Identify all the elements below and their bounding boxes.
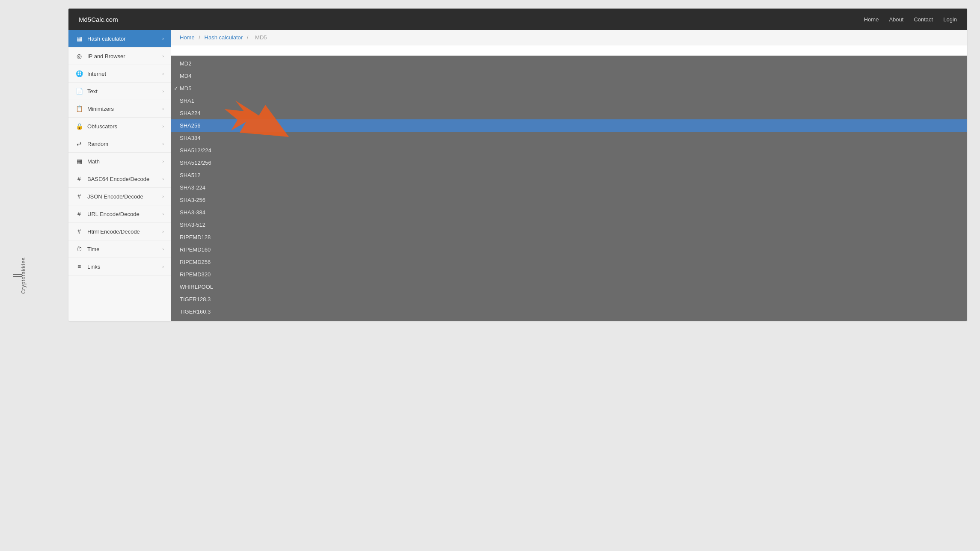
- sidebar-arrow-random: ›: [162, 141, 164, 146]
- dropdown-item-TIGER192-3[interactable]: TIGER192,3: [171, 318, 967, 321]
- sidebar-arrow-hash-calculator: ›: [162, 36, 164, 41]
- nav-link-login[interactable]: Login: [943, 16, 957, 23]
- sidebar-item-url[interactable]: #URL Encode/Decode›: [68, 205, 171, 223]
- sidebar-label-base64: BASE64 Encode/Decode: [87, 176, 162, 182]
- dropdown-list: MD2MD4MD5SHA1SHA224SHA256SHA384SHA512/22…: [171, 56, 967, 321]
- sidebar-label-text: Text: [87, 88, 162, 95]
- dropdown-item-RIPEMD256[interactable]: RIPEMD256: [171, 256, 967, 268]
- sidebar-item-html[interactable]: #Html Encode/Decode›: [68, 223, 171, 240]
- sidebar-arrow-text: ›: [162, 89, 164, 94]
- math-icon: ▦: [75, 158, 83, 165]
- sidebar-item-minimizers[interactable]: 📋Minimizers›: [68, 100, 171, 118]
- dropdown-item-SHA512[interactable]: SHA512: [171, 169, 967, 181]
- breadcrumb: Home / Hash calculator / MD5: [171, 30, 967, 45]
- sidebar-item-internet[interactable]: 🌐Internet›: [68, 65, 171, 83]
- json-icon: #: [75, 193, 83, 200]
- base64-icon: #: [75, 175, 83, 182]
- sidebar-label-url: URL Encode/Decode: [87, 211, 162, 217]
- sidebar-label-random: Random: [87, 141, 162, 147]
- hash-calculator-icon: ▦: [75, 35, 83, 42]
- dropdown-item-TIGER128-3[interactable]: TIGER128,3: [171, 293, 967, 305]
- dropdown-overlay[interactable]: MD2MD4MD5SHA1SHA224SHA256SHA384SHA512/22…: [171, 56, 967, 321]
- dropdown-item-SHA256[interactable]: SHA256: [171, 119, 967, 132]
- dropdown-item-SHA512-224[interactable]: SHA512/224: [171, 144, 967, 157]
- sidebar-arrow-url: ›: [162, 211, 164, 216]
- breadcrumb-current: MD5: [255, 34, 267, 41]
- breadcrumb-hash-calculator[interactable]: Hash calculator: [205, 34, 243, 41]
- dropdown-item-SHA224[interactable]: SHA224: [171, 107, 967, 119]
- navbar-brand: Md5Calc.com: [79, 16, 864, 23]
- sidebar-arrow-base64: ›: [162, 176, 164, 181]
- dropdown-item-SHA3-224[interactable]: SHA3-224: [171, 181, 967, 194]
- dropdown-item-SHA3-384[interactable]: SHA3-384: [171, 206, 967, 219]
- sidebar-arrow-internet: ›: [162, 71, 164, 76]
- links-icon: ≡: [75, 263, 83, 270]
- sidebar-label-obfuscators: Obfuscators: [87, 123, 162, 130]
- sidebar-arrow-time: ›: [162, 246, 164, 252]
- sidebar-label-json: JSON Encode/Decode: [87, 193, 162, 200]
- dropdown-item-MD2[interactable]: MD2: [171, 57, 967, 70]
- text-icon: 📄: [75, 88, 83, 95]
- ip-and-browser-icon: ◎: [75, 53, 83, 59]
- sidebar-item-base64[interactable]: #BASE64 Encode/Decode›: [68, 170, 171, 188]
- nav-link-about[interactable]: About: [889, 16, 903, 23]
- sidebar-item-text[interactable]: 📄Text›: [68, 83, 171, 100]
- dropdown-item-MD5[interactable]: MD5: [171, 82, 967, 95]
- obfuscators-icon: 🔒: [75, 123, 83, 130]
- dropdown-item-RIPEMD128[interactable]: RIPEMD128: [171, 231, 967, 243]
- navbar-links: HomeAboutContactLogin: [864, 16, 957, 23]
- dropdown-item-RIPEMD160[interactable]: RIPEMD160: [171, 243, 967, 256]
- sidebar-item-ip-and-browser[interactable]: ◎IP and Browser›: [68, 47, 171, 65]
- sidebar-label-internet: Internet: [87, 71, 162, 77]
- sidebar-item-obfuscators[interactable]: 🔒Obfuscators›: [68, 118, 171, 135]
- sidebar-item-hash-calculator[interactable]: ▦Hash calculator›: [68, 30, 171, 47]
- hamburger-icon[interactable]: [13, 274, 22, 277]
- sidebar-label-html: Html Encode/Decode: [87, 228, 162, 235]
- dropdown-item-SHA512-256[interactable]: SHA512/256: [171, 157, 967, 169]
- breadcrumb-home[interactable]: Home: [180, 34, 195, 41]
- sidebar-arrow-json: ›: [162, 194, 164, 199]
- sidebar-label-minimizers: Minimizers: [87, 106, 162, 112]
- url-icon: #: [75, 210, 83, 217]
- sidebar-item-links[interactable]: ≡Links›: [68, 258, 171, 276]
- navbar: Md5Calc.com HomeAboutContactLogin: [68, 9, 967, 30]
- sidebar-label-time: Time: [87, 246, 162, 252]
- main-content: Home / Hash calculator / MD5 Online MD5 …: [171, 30, 967, 321]
- sidebar-arrow-math: ›: [162, 159, 164, 164]
- html-icon: #: [75, 228, 83, 235]
- dropdown-item-TIGER160-3[interactable]: TIGER160,3: [171, 305, 967, 318]
- random-icon: ⇄: [75, 140, 83, 147]
- sidebar-arrow-minimizers: ›: [162, 106, 164, 111]
- dropdown-item-WHIRLPOOL[interactable]: WHIRLPOOL: [171, 281, 967, 293]
- dropdown-item-SHA3-256[interactable]: SHA3-256: [171, 194, 967, 206]
- sidebar: ▦Hash calculator›◎IP and Browser›🌐Intern…: [68, 30, 171, 321]
- main-container: Md5Calc.com HomeAboutContactLogin ▦Hash …: [68, 9, 967, 321]
- sidebar-arrow-ip-and-browser: ›: [162, 53, 164, 59]
- sidebar-arrow-html: ›: [162, 229, 164, 234]
- sidebar-arrow-obfuscators: ›: [162, 124, 164, 129]
- dropdown-item-SHA1[interactable]: SHA1: [171, 95, 967, 107]
- dropdown-item-MD4[interactable]: MD4: [171, 70, 967, 82]
- content-area: ▦Hash calculator›◎IP and Browser›🌐Intern…: [68, 30, 967, 321]
- sidebar-label-hash-calculator: Hash calculator: [87, 36, 162, 42]
- sidebar-label-math: Math: [87, 158, 162, 165]
- sidebar-item-math[interactable]: ▦Math›: [68, 153, 171, 170]
- dropdown-item-RIPEMD320[interactable]: RIPEMD320: [171, 268, 967, 281]
- sidebar-label-ip-and-browser: IP and Browser: [87, 53, 162, 59]
- time-icon: ⏱: [75, 246, 83, 252]
- minimizers-icon: 📋: [75, 105, 83, 112]
- internet-icon: 🌐: [75, 70, 83, 77]
- nav-link-contact[interactable]: Contact: [914, 16, 933, 23]
- dropdown-item-SHA3-512[interactable]: SHA3-512: [171, 219, 967, 231]
- nav-link-home[interactable]: Home: [864, 16, 879, 23]
- sidebar-item-time[interactable]: ⏱Time›: [68, 240, 171, 258]
- sidebar-item-random[interactable]: ⇄Random›: [68, 135, 171, 153]
- sidebar-arrow-links: ›: [162, 264, 164, 269]
- dropdown-item-SHA384[interactable]: SHA384: [171, 132, 967, 144]
- sidebar-item-json[interactable]: #JSON Encode/Decode›: [68, 188, 171, 205]
- sidebar-label-links: Links: [87, 264, 162, 270]
